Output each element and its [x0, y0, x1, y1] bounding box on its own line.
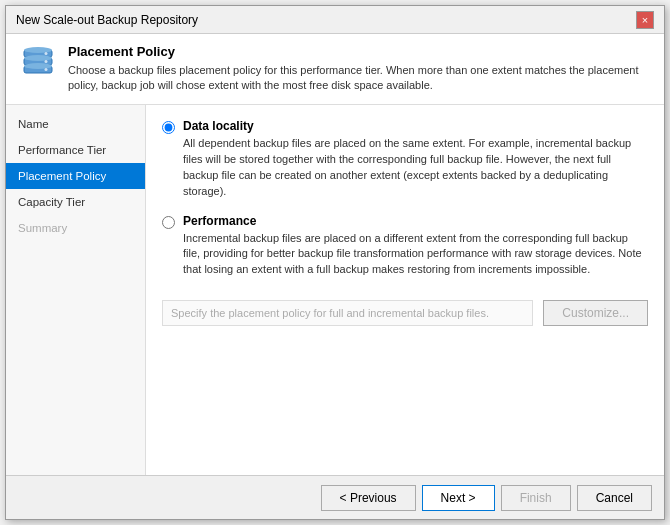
dialog-title: New Scale-out Backup Repository	[16, 13, 198, 27]
main-content: Data locality All dependent backup files…	[146, 105, 664, 475]
performance-radio[interactable]	[162, 216, 175, 229]
footer: < Previous Next > Finish Cancel	[6, 475, 664, 519]
previous-button[interactable]: < Previous	[321, 485, 416, 511]
svg-point-5	[24, 63, 52, 69]
placement-policy-icon	[20, 44, 56, 80]
sidebar-item-summary: Summary	[6, 215, 145, 241]
data-locality-radio[interactable]	[162, 121, 175, 134]
performance-title: Performance	[183, 214, 648, 228]
header-section: Placement Policy Choose a backup files p…	[6, 34, 664, 105]
next-button[interactable]: Next >	[422, 485, 495, 511]
svg-point-3	[24, 55, 52, 61]
performance-option: Performance Incremental backup files are…	[162, 214, 648, 279]
content-area: Name Performance Tier Placement Policy C…	[6, 105, 664, 475]
svg-point-7	[45, 60, 48, 63]
performance-label[interactable]: Performance Incremental backup files are…	[183, 214, 648, 279]
customize-button[interactable]: Customize...	[543, 300, 648, 326]
dialog: New Scale-out Backup Repository × Placem…	[5, 5, 665, 520]
customize-section: Specify the placement policy for full an…	[162, 292, 648, 326]
placement-policy-options: Data locality All dependent backup files…	[162, 119, 648, 279]
sidebar-item-placement-policy[interactable]: Placement Policy	[6, 163, 145, 189]
data-locality-desc: All dependent backup files are placed on…	[183, 136, 648, 200]
header-text: Placement Policy Choose a backup files p…	[68, 44, 650, 94]
data-locality-title: Data locality	[183, 119, 648, 133]
svg-point-8	[45, 68, 48, 71]
data-locality-label[interactable]: Data locality All dependent backup files…	[183, 119, 648, 200]
svg-point-6	[45, 52, 48, 55]
cancel-button[interactable]: Cancel	[577, 485, 652, 511]
svg-point-1	[24, 47, 52, 53]
title-bar: New Scale-out Backup Repository ×	[6, 6, 664, 34]
customize-placeholder-text: Specify the placement policy for full an…	[162, 300, 533, 326]
sidebar-item-performance-tier[interactable]: Performance Tier	[6, 137, 145, 163]
header-title: Placement Policy	[68, 44, 650, 59]
sidebar-item-capacity-tier[interactable]: Capacity Tier	[6, 189, 145, 215]
performance-desc: Incremental backup files are placed on a…	[183, 231, 648, 279]
header-description: Choose a backup files placement policy f…	[68, 63, 650, 94]
finish-button[interactable]: Finish	[501, 485, 571, 511]
sidebar-item-name[interactable]: Name	[6, 111, 145, 137]
data-locality-option: Data locality All dependent backup files…	[162, 119, 648, 200]
close-button[interactable]: ×	[636, 11, 654, 29]
sidebar: Name Performance Tier Placement Policy C…	[6, 105, 146, 475]
